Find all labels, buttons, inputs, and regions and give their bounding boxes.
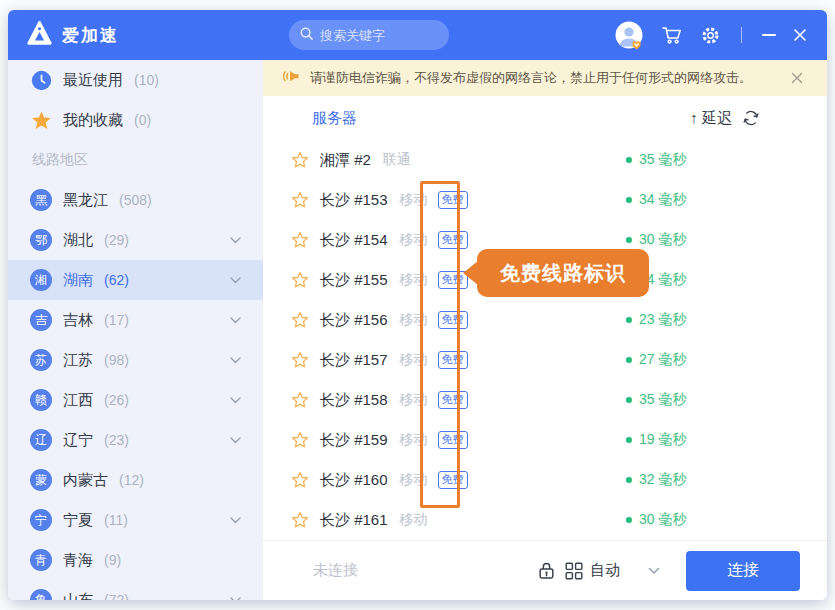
free-badge: 免费 xyxy=(438,471,468,488)
latency-sort-control[interactable]: ↑ 延迟 xyxy=(690,109,732,128)
connect-button[interactable]: 连接 xyxy=(686,551,800,591)
favorite-star-icon[interactable] xyxy=(291,151,309,169)
search-icon xyxy=(299,26,314,45)
chevron-down-icon[interactable] xyxy=(230,277,241,284)
banner-close-icon[interactable] xyxy=(791,72,803,84)
chevron-down-icon[interactable] xyxy=(230,517,241,524)
sidebar-region-item[interactable]: 宁 宁夏 (11) xyxy=(8,500,263,540)
region-badge-icon: 鲁 xyxy=(30,589,52,600)
region-badge-icon: 苏 xyxy=(30,349,52,371)
server-row[interactable]: 长沙 #161 移动 30 毫秒 xyxy=(263,500,827,540)
latency-dot-icon xyxy=(626,397,632,403)
mode-chevron-down-icon[interactable] xyxy=(648,567,660,575)
sidebar-region-item[interactable]: 鲁 山东 (72) xyxy=(8,580,263,600)
server-carrier: 移动 xyxy=(400,311,428,329)
latency-value: 35 毫秒 xyxy=(639,391,686,409)
region-label: 江西 xyxy=(63,391,93,410)
server-row[interactable]: 长沙 #153 移动 免费 34 毫秒 xyxy=(263,180,827,220)
settings-gear-icon[interactable] xyxy=(700,25,721,46)
server-row[interactable]: 长沙 #159 移动 免费 19 毫秒 xyxy=(263,420,827,460)
sort-arrow-icon: ↑ xyxy=(690,109,698,126)
sidebar-region-item[interactable]: 鄂 湖北 (29) xyxy=(8,220,263,260)
server-latency: 30 毫秒 xyxy=(626,511,686,529)
sidebar-item-count: (0) xyxy=(134,112,151,128)
region-count: (508) xyxy=(119,192,152,208)
megaphone-icon xyxy=(283,68,301,88)
sidebar-region-item[interactable]: 湘 湖南 (62) xyxy=(8,260,263,300)
favorite-star-icon[interactable] xyxy=(291,351,309,369)
sidebar-region-item[interactable]: 吉 吉林 (17) xyxy=(8,300,263,340)
region-badge-icon: 蒙 xyxy=(30,469,52,491)
server-row[interactable]: 长沙 #158 移动 免费 35 毫秒 xyxy=(263,380,827,420)
app-logo: 爱加速 xyxy=(26,20,119,50)
chevron-down-icon[interactable] xyxy=(230,397,241,404)
chevron-down-icon[interactable] xyxy=(230,357,241,364)
server-name: 长沙 #153 xyxy=(320,191,388,210)
server-row[interactable]: 长沙 #157 移动 免费 27 毫秒 xyxy=(263,340,827,380)
sidebar-region-item[interactable]: 辽 辽宁 (23) xyxy=(8,420,263,460)
minimize-button[interactable] xyxy=(762,34,776,36)
connection-status: 未连接 xyxy=(313,561,358,580)
server-name: 长沙 #158 xyxy=(320,391,388,410)
sidebar-region-item[interactable]: 黑 黑龙江 (508) xyxy=(8,180,263,220)
lock-icon[interactable] xyxy=(538,561,555,580)
chevron-down-icon[interactable] xyxy=(230,597,241,601)
latency-value: 34 毫秒 xyxy=(639,191,686,209)
server-list-header: 服务器 ↑ 延迟 xyxy=(263,96,827,140)
sidebar-item-label: 最近使用 xyxy=(63,71,123,90)
chevron-down-icon[interactable] xyxy=(230,317,241,324)
close-button[interactable] xyxy=(793,28,807,42)
chevron-down-icon[interactable] xyxy=(230,437,241,444)
favorite-star-icon[interactable] xyxy=(291,391,309,409)
refresh-icon[interactable] xyxy=(742,109,760,127)
sidebar-region-item[interactable]: 青 青海 (9) xyxy=(8,540,263,580)
free-line-callout: 免费线路标识 xyxy=(477,249,649,297)
server-row[interactable]: 长沙 #156 移动 免费 23 毫秒 xyxy=(263,300,827,340)
region-count: (72) xyxy=(104,592,129,600)
user-avatar[interactable] xyxy=(614,20,644,51)
server-carrier: 移动 xyxy=(400,511,428,529)
sidebar-item-favorites[interactable]: 我的收藏 (0) xyxy=(8,100,263,140)
favorite-star-icon[interactable] xyxy=(291,431,309,449)
favorite-star-icon[interactable] xyxy=(291,471,309,489)
sidebar-item-recent[interactable]: 最近使用 (10) xyxy=(8,60,263,100)
latency-value: 19 毫秒 xyxy=(639,431,686,449)
free-badge: 免费 xyxy=(438,231,468,248)
app-logo-icon xyxy=(26,20,53,50)
callout-text: 免费线路标识 xyxy=(500,260,626,287)
server-name: 长沙 #159 xyxy=(320,431,388,450)
region-label: 山东 xyxy=(63,591,93,601)
sidebar-region-item[interactable]: 蒙 内蒙古 (12) xyxy=(8,460,263,500)
favorite-star-icon[interactable] xyxy=(291,311,309,329)
sidebar-item-label: 我的收藏 xyxy=(63,111,123,130)
server-row[interactable]: 长沙 #160 移动 免费 32 毫秒 xyxy=(263,460,827,500)
favorite-star-icon[interactable] xyxy=(291,511,309,529)
mode-grid-icon[interactable] xyxy=(565,562,583,580)
latency-dot-icon xyxy=(626,237,632,243)
region-badge-icon: 黑 xyxy=(30,189,52,211)
star-icon xyxy=(30,110,52,131)
notice-banner: 请谨防电信诈骗，不得发布虚假的网络言论，禁止用于任何形式的网络攻击。 xyxy=(263,60,827,96)
server-name: 长沙 #157 xyxy=(320,351,388,370)
server-carrier: 移动 xyxy=(400,471,428,489)
server-carrier: 移动 xyxy=(400,271,428,289)
region-badge-icon: 青 xyxy=(30,549,52,571)
sidebar-region-item[interactable]: 赣 江西 (26) xyxy=(8,380,263,420)
favorite-star-icon[interactable] xyxy=(291,231,309,249)
free-badge: 免费 xyxy=(438,431,468,448)
favorite-star-icon[interactable] xyxy=(291,271,309,289)
search-input[interactable] xyxy=(320,28,430,43)
sidebar-region-item[interactable]: 苏 江苏 (98) xyxy=(8,340,263,380)
mode-label[interactable]: 自动 xyxy=(590,561,620,580)
sidebar-item-count: (10) xyxy=(134,72,159,88)
search-box[interactable] xyxy=(289,20,449,50)
server-carrier: 移动 xyxy=(400,391,428,409)
region-count: (17) xyxy=(104,312,129,328)
server-row[interactable]: 湘潭 #2 联通 35 毫秒 xyxy=(263,140,827,180)
free-badge: 免费 xyxy=(438,191,468,208)
server-latency: 35 毫秒 xyxy=(626,391,686,409)
cart-icon[interactable] xyxy=(661,25,683,45)
chevron-down-icon[interactable] xyxy=(230,237,241,244)
region-badge-icon: 鄂 xyxy=(30,229,52,251)
favorite-star-icon[interactable] xyxy=(291,191,309,209)
